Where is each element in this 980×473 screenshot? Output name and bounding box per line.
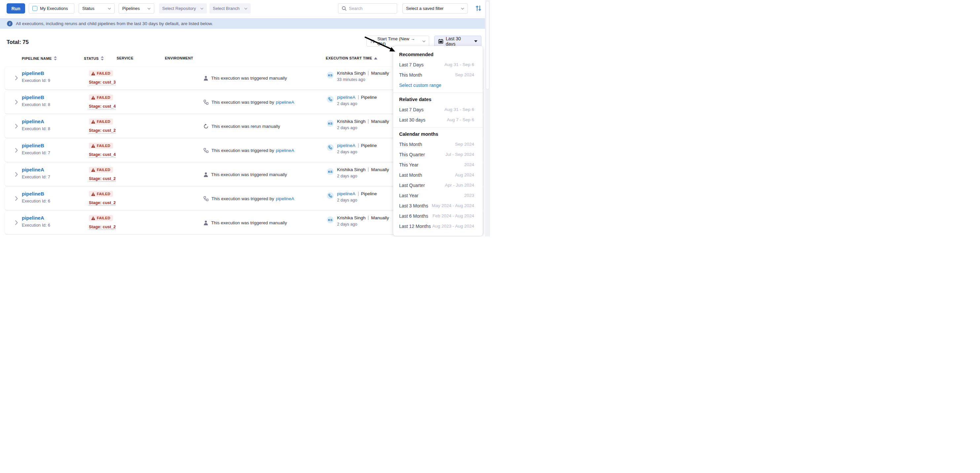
column-label: EXECUTION START TIME [326,56,372,60]
failed-stage-link[interactable]: Stage: cust_4 [89,104,116,110]
panel-item-last-30-days[interactable]: Last 30 days Aug 7 - Sep 6 [393,114,483,125]
child-pipeline-icon [204,196,208,201]
panel-section-relative-dates: Relative dates [393,95,483,105]
status-filter-dropdown[interactable]: Status [79,3,115,14]
start-time: 2 days ago [337,150,377,154]
select-custom-range-link[interactable]: Select custom range [393,80,483,90]
panel-item-last-12-months[interactable]: Last 12 Months Aug 2023 - Aug 2024 [393,221,483,231]
column-header-environment: ENVIRONMENT [165,56,193,60]
panel-item-last-quarter[interactable]: Last Quarter Apr - Jun 2024 [393,180,483,190]
panel-item-last-7-days[interactable]: Last 7 Days Aug 31 - Sep 6 [393,105,483,114]
chevron-down-icon [422,40,426,42]
trigger-type: Pipeline [361,95,377,100]
panel-item-this-month[interactable]: This Month Sep 2024 [393,139,483,149]
failed-stage-link[interactable]: Stage: cust_3 [89,80,116,85]
pipeline-name-link[interactable]: pipelineA [22,215,50,221]
trigger-text: This execution was triggered by [212,196,274,201]
status-badge: FAILED [89,143,113,149]
panel-item-last-3-months[interactable]: Last 3 Months May 2024 - Aug 2024 [393,200,483,211]
panel-item-last-month[interactable]: Last Month Aug 2024 [393,170,483,180]
trigger-type: Manually [371,119,389,124]
chevron-right-icon[interactable] [15,75,18,81]
chevron-right-icon[interactable] [15,196,18,201]
failed-stage-link[interactable]: Stage: cust_2 [89,128,116,133]
start-time: 2 days ago [337,222,389,227]
chevron-right-icon[interactable] [15,99,18,105]
date-range-button[interactable]: Last 30 days [434,36,481,46]
trigger-info: This execution was triggered by pipeline… [204,91,294,114]
triggered-by-name: Krishika Singh [337,119,366,124]
scrollbar[interactable] [485,0,490,236]
trigger-pipeline-link[interactable]: pipelineA [276,148,294,153]
triggered-by-name: Krishika Singh [337,215,366,220]
search-input[interactable] [349,6,392,11]
column-label: PIPELINE NAME [22,57,52,60]
status-label: FAILED [97,192,110,196]
column-header-pipeline-name[interactable]: PIPELINE NAME [22,56,57,60]
trigger-pipeline-link[interactable]: pipelineA [276,100,294,105]
top-toolbar: Run My Executions Status Pipelines Selec… [0,0,490,18]
panel-item-last-year[interactable]: Last Year 2023 [393,190,483,200]
pipeline-name-link[interactable]: pipelineB [22,191,50,197]
column-header-status[interactable]: STATUS [84,56,104,60]
scrollbar-thumb[interactable] [486,1,489,89]
chevron-right-icon[interactable] [15,124,18,129]
failed-stage-link[interactable]: Stage: cust_2 [89,200,116,206]
item-value: Aug 31 - Sep 6 [444,107,474,112]
sort-label: Start Time (New → Old) [377,37,420,46]
item-value: 2023 [464,193,474,198]
failed-stage-link[interactable]: Stage: cust_2 [89,176,116,182]
pipeline-name-link[interactable]: pipelineB [22,143,50,148]
my-executions-toggle[interactable]: My Executions [29,3,74,14]
pipeline-name-cell: pipelineB Execution Id: 8 [22,94,50,107]
pipelines-filter-dropdown[interactable]: Pipelines [119,3,154,14]
column-label: ENVIRONMENT [165,56,193,60]
status-cell: FAILED Stage: cust_2 [89,119,116,133]
info-banner-text: All executions, including reruns and chi… [16,21,213,26]
caret-down-icon [474,40,477,42]
select-branch-dropdown[interactable]: Select Branch [210,3,251,14]
pipeline-name-link[interactable]: pipelineB [22,70,50,76]
panel-item-this-quarter[interactable]: This Quarter Jul - Sep 2024 [393,149,483,160]
pipeline-avatar [327,192,334,199]
saved-filter-dropdown[interactable]: Select a saved filter [402,3,468,14]
item-label: This Year [399,162,418,167]
panel-item-this-month[interactable]: This Month Sep 2024 [393,70,483,80]
filter-settings-button[interactable] [475,4,482,12]
pipeline-name-link[interactable]: pipelineA [22,167,50,172]
chevron-right-icon[interactable] [15,220,18,225]
item-label: Last 7 Days [399,107,423,112]
my-executions-checkbox[interactable] [32,6,37,11]
user-icon [204,76,208,81]
triggered-by-pipeline-link[interactable]: pipelineA [337,143,356,148]
user-icon [204,220,208,225]
pipeline-name-link[interactable]: pipelineA [22,119,50,124]
chevron-right-icon[interactable] [15,172,18,177]
avatar: KS [327,120,334,127]
failed-stage-link[interactable]: Stage: cust_4 [89,152,116,157]
failed-stage-link[interactable]: Stage: cust_2 [89,225,116,230]
rerun-icon [204,124,208,129]
avatar: KS [327,216,334,223]
triggered-by-pipeline-link[interactable]: pipelineA [337,95,356,100]
sort-dropdown[interactable]: Start Time (New → Old) [366,36,429,46]
trigger-info: This execution was rerun manually [204,115,280,138]
trigger-pipeline-link[interactable]: pipelineA [276,196,294,201]
select-branch-label: Select Branch [213,6,240,11]
panel-item-this-year[interactable]: This Year 2024 [393,160,483,170]
chevron-right-icon[interactable] [15,148,18,153]
triggered-by-pipeline-link[interactable]: pipelineA [337,191,356,196]
warning-icon [91,168,95,172]
pipeline-name-link[interactable]: pipelineB [22,94,50,100]
search-field[interactable] [338,3,397,14]
select-repository-dropdown[interactable]: Select Repository [159,3,207,14]
column-label: STATUS [84,57,99,60]
item-value: Jul - Sep 2024 [445,152,474,157]
column-header-execution-start-time[interactable]: EXECUTION START TIME [326,56,377,60]
panel-item-last-7-days[interactable]: Last 7 Days Aug 31 - Sep 6 [393,59,483,70]
date-range-label: Last 30 days [446,36,472,46]
trigger-text: This execution was rerun manually [212,124,280,129]
run-button[interactable]: Run [6,3,25,14]
info-icon: i [7,21,13,26]
panel-item-last-6-months[interactable]: Last 6 Months Feb 2024 - Aug 2024 [393,211,483,221]
